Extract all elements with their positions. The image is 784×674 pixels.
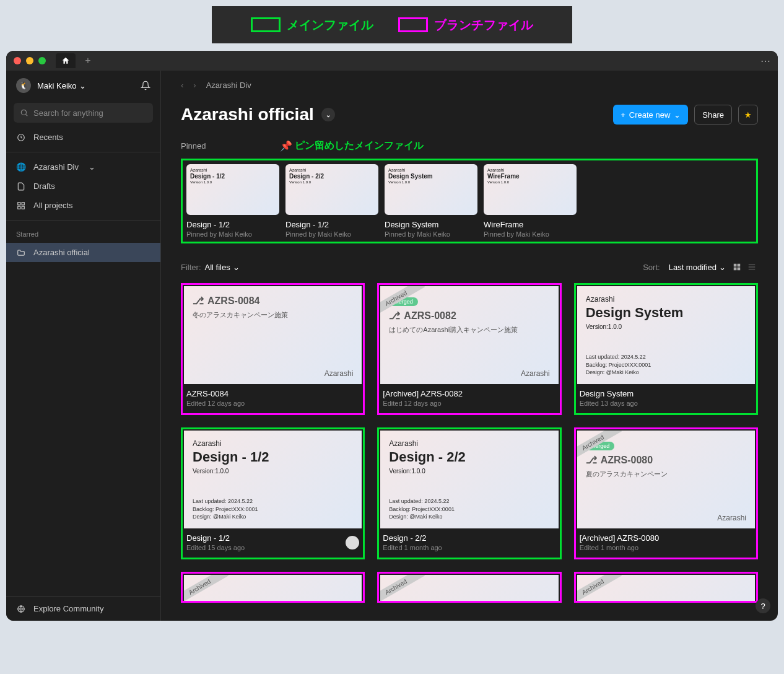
user-header[interactable]: 🐧 Maki Keiko ⌄: [6, 71, 160, 100]
main-content: ‹ › Azarashi Div Azarashi official ⌄ + C…: [161, 71, 778, 621]
legend-banner: メインファイル ブランチファイル: [212, 6, 572, 43]
thumb-brand: Azarashi: [717, 514, 746, 522]
plus-icon: +: [621, 110, 625, 120]
nav-forward[interactable]: ›: [193, 81, 196, 90]
svg-rect-7: [734, 264, 737, 267]
search-input[interactable]: Search for anything: [14, 103, 153, 123]
svg-rect-9: [734, 268, 737, 271]
file-card[interactable]: ⎇ AZRS-0084冬のアラスカキャンペーン施策Azarashi AZRS-0…: [181, 283, 365, 415]
pinned-card-title: Design - 1/2: [285, 220, 378, 229]
pinned-card-subtitle: Pinned by Maki Keiko: [484, 230, 577, 238]
pinned-annotation: 📌 ピン留めしたメインファイル: [280, 139, 424, 152]
maximize-window[interactable]: [38, 57, 46, 64]
chevron-down-icon: ⌄: [89, 162, 95, 172]
folder-icon: [16, 248, 26, 257]
thumb-subtitle: 冬のアラスカキャンペーン施策: [193, 310, 353, 320]
thumb-brand: Azarashi: [586, 295, 746, 304]
starred-section-label: Starred: [6, 225, 160, 243]
explore-label: Explore Community: [33, 604, 103, 613]
file-thumbnail: Azarashi Design - 2/2 Version:1.0.0 Last…: [380, 431, 558, 528]
breadcrumb[interactable]: Azarashi Div: [206, 81, 251, 90]
nav-drafts-label: Drafts: [33, 182, 55, 191]
star-button[interactable]: ★: [738, 105, 758, 125]
chevron-down-icon: ⌄: [719, 263, 726, 272]
explore-community[interactable]: Explore Community: [6, 596, 160, 621]
traffic-lights: [14, 57, 46, 64]
nav-all-projects[interactable]: All projects: [6, 196, 160, 215]
window-more[interactable]: ⋯: [760, 55, 770, 67]
page-header: Azarashi official ⌄ + Create new ⌄ Share…: [181, 105, 758, 125]
create-new-button[interactable]: + Create new ⌄: [613, 105, 688, 125]
file-edited: Edited 12 days ago: [383, 400, 555, 407]
file-card[interactable]: Azarashi Design System Version:1.0.0 Las…: [574, 283, 758, 415]
file-card[interactable]: Archived: [181, 572, 365, 603]
sort-dropdown[interactable]: Last modified ⌄: [669, 263, 726, 272]
file-card[interactable]: Archivedmerged⎇ AZRS-0080夏のアラスカキャンペーンAza…: [574, 427, 758, 559]
thumb-version: Version:1.0.0: [193, 468, 353, 475]
file-thumbnail: Archived: [577, 575, 755, 603]
pinned-card[interactable]: Azarashi Design - 2/2 Version 1.0.0 Desi…: [285, 164, 378, 238]
nav-recents[interactable]: Recents: [6, 128, 160, 147]
file-title: Design - 1/2: [186, 533, 346, 543]
legend-main: メインファイル: [251, 17, 373, 33]
pinned-card-subtitle: Pinned by Maki Keiko: [285, 230, 378, 238]
svg-rect-10: [738, 268, 741, 271]
file-card[interactable]: Archived: [574, 572, 758, 603]
file-card[interactable]: Azarashi Design - 1/2 Version:1.0.0 Last…: [181, 427, 365, 559]
file-thumbnail: Archived: [380, 575, 558, 603]
file-title: [Archived] AZRS-0082: [383, 389, 555, 398]
list-view-button[interactable]: [746, 261, 758, 273]
nav-back[interactable]: ‹: [181, 81, 183, 90]
team-switcher[interactable]: 🌐 Azarashi Div ⌄: [6, 157, 160, 177]
pinned-thumbnail: Azarashi Design - 2/2 Version 1.0.0: [285, 164, 378, 215]
pinned-card[interactable]: Azarashi WireFrame Version 1.0.0 WireFra…: [484, 164, 577, 238]
filter-row: Filter: All files ⌄ Sort: Last modified …: [181, 261, 758, 273]
minimize-window[interactable]: [26, 57, 33, 64]
pinned-card-subtitle: Pinned by Maki Keiko: [385, 230, 477, 238]
create-new-label: Create new: [629, 110, 670, 120]
search-placeholder: Search for anything: [33, 108, 103, 118]
grid-view-button[interactable]: [731, 261, 743, 273]
share-button[interactable]: Share: [694, 105, 732, 125]
chevron-down-icon: ⌄: [233, 263, 240, 272]
file-thumbnail: ⎇ AZRS-0084冬のアラスカキャンペーン施策Azarashi: [184, 286, 362, 384]
pinned-card-title: Design - 1/2: [186, 220, 279, 229]
chevron-down-icon: ⌄: [79, 81, 86, 90]
help-button[interactable]: ?: [756, 598, 770, 613]
file-icon: [16, 182, 26, 191]
pinned-card[interactable]: Azarashi Design - 1/2 Version 1.0.0 Desi…: [186, 164, 279, 238]
titlebar: + ⋯: [6, 51, 778, 71]
nav-all-projects-label: All projects: [33, 201, 73, 210]
svg-rect-5: [22, 206, 24, 209]
notifications-icon[interactable]: [141, 81, 150, 90]
collaborator-avatar: [346, 536, 359, 549]
file-edited: Edited 13 days ago: [580, 400, 752, 407]
sidebar: 🐧 Maki Keiko ⌄ Search for anything Recen…: [6, 71, 161, 621]
file-card[interactable]: Azarashi Design - 2/2 Version:1.0.0 Last…: [377, 427, 561, 559]
project-menu[interactable]: ⌄: [321, 108, 335, 121]
legend-branch: ブランチファイル: [398, 17, 533, 33]
starred-item-azarashi-official[interactable]: Azarashi official: [6, 243, 160, 262]
new-tab[interactable]: +: [78, 53, 98, 68]
svg-rect-4: [18, 206, 20, 209]
filter-dropdown[interactable]: All files ⌄: [205, 263, 240, 272]
svg-rect-3: [22, 202, 24, 204]
clock-icon: [16, 133, 26, 142]
file-card[interactable]: Archivedmerged⎇ AZRS-0082はじめてのAzarashi購入…: [377, 283, 561, 415]
archived-ribbon: Archived: [184, 575, 229, 603]
pinned-thumbnail: Azarashi Design System Version 1.0.0: [385, 164, 477, 215]
close-window[interactable]: [14, 57, 21, 64]
thumb-brand: Azarashi: [389, 439, 549, 448]
svg-rect-2: [18, 202, 20, 204]
team-avatar-icon: 🌐: [16, 162, 26, 172]
pinned-card[interactable]: Azarashi Design System Version 1.0.0 Des…: [385, 164, 477, 238]
file-thumbnail: Archivedmerged⎇ AZRS-0080夏のアラスカキャンペーンAza…: [577, 431, 755, 528]
svg-rect-8: [738, 264, 741, 267]
file-card[interactable]: Archived: [377, 572, 561, 603]
grid-icon: [16, 201, 26, 210]
page-title: Azarashi official ⌄: [181, 105, 335, 125]
pinned-label: Pinned: [181, 141, 206, 151]
home-tab[interactable]: [56, 53, 76, 68]
azrs-id: ⎇ AZRS-0084: [193, 295, 353, 307]
nav-drafts[interactable]: Drafts: [6, 177, 160, 196]
